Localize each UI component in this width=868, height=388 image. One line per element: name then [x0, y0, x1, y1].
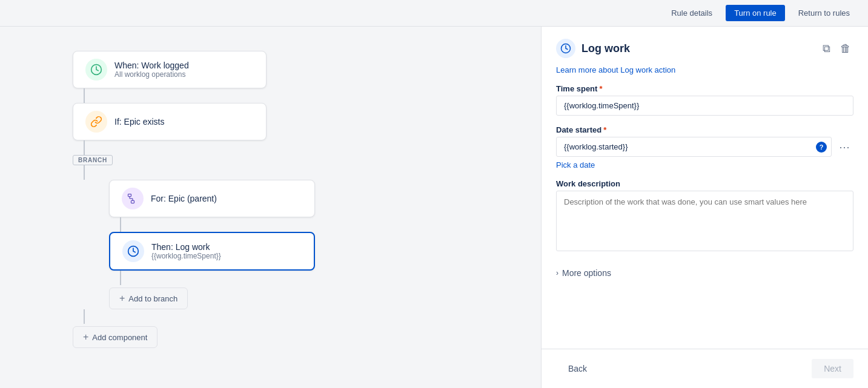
panel-title-row: Log work — [556, 39, 630, 58]
connector-1 — [84, 88, 85, 103]
pick-date-link[interactable]: Pick a date — [556, 160, 853, 169]
for-title: For: Epic (parent) — [151, 194, 217, 203]
trigger-subtitle: All worklog operations — [114, 70, 189, 79]
condition-node[interactable]: If: Epic exists — [73, 103, 267, 140]
more-options-row[interactable]: › More options — [556, 263, 853, 283]
more-options-label: More options — [562, 268, 611, 278]
panel-footer: Back Next — [542, 349, 868, 388]
flow-container: When: Work logged All worklog operations… — [73, 51, 315, 348]
connector-3 — [84, 165, 85, 180]
branch-label: BRANCH — [73, 155, 113, 165]
delete-icon: 🗑 — [840, 42, 851, 54]
add-plus-icon: + — [83, 332, 88, 343]
then-node[interactable]: Then: Log work {{worklog.timeSpent}} — [109, 232, 315, 271]
connector-4 — [120, 217, 121, 232]
copy-button[interactable]: ⧉ — [820, 40, 833, 58]
condition-icon — [85, 111, 107, 133]
panel-actions: ⧉ 🗑 — [820, 40, 853, 58]
then-title: Then: Log work — [151, 242, 221, 252]
next-button: Next — [812, 359, 853, 378]
turn-on-rule-button[interactable]: Turn on rule — [726, 5, 785, 21]
connector-6 — [84, 309, 85, 324]
then-subtitle: {{worklog.timeSpent}} — [151, 252, 221, 260]
add-to-branch-label: Add to branch — [128, 294, 177, 303]
add-component-label: Add component — [92, 333, 147, 342]
top-bar: Rule details Turn on rule Return to rule… — [0, 0, 868, 27]
then-icon — [122, 240, 144, 262]
connector-2 — [84, 140, 85, 155]
clock-icon — [90, 64, 102, 76]
for-node[interactable]: For: Epic (parent) — [109, 180, 315, 217]
date-started-input-row: ? ⋯ — [556, 137, 853, 157]
panel-header: Log work ⧉ 🗑 — [542, 27, 868, 65]
svg-rect-2 — [131, 200, 134, 203]
date-more-button[interactable]: ⋯ — [835, 138, 853, 156]
time-spent-input[interactable] — [556, 96, 853, 116]
time-spent-label: Time spent * — [556, 84, 853, 93]
panel-title: Log work — [581, 42, 630, 55]
for-icon — [122, 188, 144, 209]
condition-title: If: Epic exists — [114, 117, 164, 127]
panel-body: Time spent * Date started * ? ⋯ — [542, 84, 868, 349]
work-description-field-group: Work description — [556, 179, 853, 254]
panel-icon — [556, 39, 575, 58]
trigger-text: When: Work logged All worklog operations — [114, 61, 189, 79]
time-spent-field-group: Time spent * — [556, 84, 853, 116]
rule-details-button[interactable]: Rule details — [663, 5, 721, 21]
svg-rect-1 — [128, 194, 131, 197]
delete-button[interactable]: 🗑 — [838, 40, 853, 58]
back-button[interactable]: Back — [556, 359, 599, 378]
then-text: Then: Log work {{worklog.timeSpent}} — [151, 242, 221, 260]
hierarchy-icon — [127, 192, 139, 205]
return-to-rules-button[interactable]: Return to rules — [790, 5, 858, 21]
canvas: When: Work logged All worklog operations… — [0, 27, 541, 388]
link-icon — [90, 116, 102, 128]
connector-5 — [120, 271, 121, 285]
trigger-icon — [85, 59, 107, 81]
main-content: When: Work logged All worklog operations… — [0, 27, 868, 388]
plus-icon: + — [119, 293, 125, 304]
date-started-field-group: Date started * ? ⋯ Pick a date — [556, 125, 853, 169]
work-description-label: Work description — [556, 179, 853, 188]
date-started-required: * — [603, 125, 606, 134]
for-text: For: Epic (parent) — [151, 194, 217, 203]
more-dots-icon: ⋯ — [839, 141, 850, 153]
chevron-right-icon: › — [556, 269, 558, 277]
right-panel: Log work ⧉ 🗑 Learn more about Log work a… — [541, 27, 868, 388]
trigger-node[interactable]: When: Work logged All worklog operations — [73, 51, 267, 88]
help-icon[interactable]: ? — [816, 142, 827, 153]
date-started-label: Date started * — [556, 125, 853, 134]
learn-more-link[interactable]: Learn more about Log work action — [542, 65, 868, 84]
time-spent-required: * — [599, 84, 602, 93]
condition-text: If: Epic exists — [114, 117, 164, 127]
clock-blue-icon — [127, 245, 139, 257]
trigger-title: When: Work logged — [114, 61, 189, 70]
date-started-input[interactable] — [556, 137, 832, 157]
add-component-button[interactable]: + Add component — [73, 326, 157, 348]
panel-clock-icon — [560, 43, 571, 54]
add-to-branch-button[interactable]: + Add to branch — [109, 288, 188, 309]
copy-icon: ⧉ — [823, 42, 830, 54]
work-description-textarea[interactable] — [556, 191, 853, 251]
date-started-wrapper: ? — [556, 137, 832, 157]
